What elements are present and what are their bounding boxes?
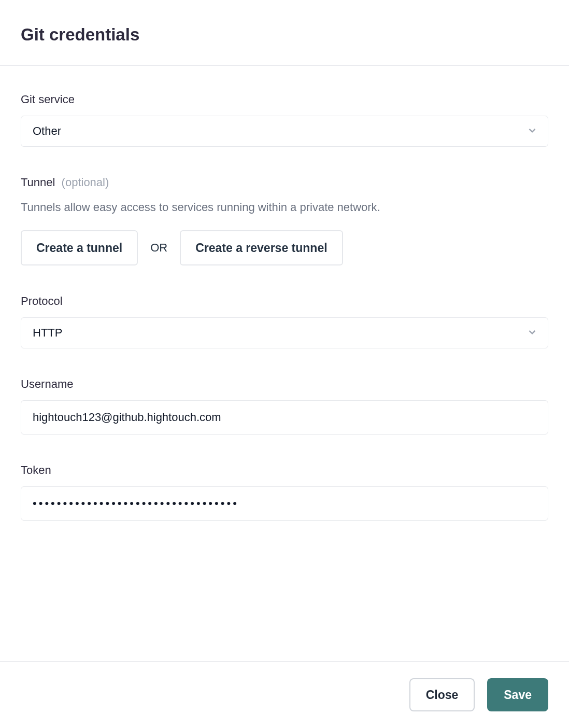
token-input[interactable] — [21, 486, 548, 521]
tunnel-button-row: Create a tunnel OR Create a reverse tunn… — [21, 230, 548, 265]
close-button[interactable]: Close — [409, 678, 475, 711]
protocol-value: HTTP — [33, 326, 62, 340]
protocol-label: Protocol — [21, 295, 548, 308]
protocol-field: Protocol HTTP — [21, 295, 548, 348]
username-label: Username — [21, 377, 548, 391]
git-service-field: Git service Other — [21, 93, 548, 147]
create-tunnel-button[interactable]: Create a tunnel — [21, 230, 138, 265]
tunnel-or-text: OR — [150, 241, 167, 255]
token-field: Token — [21, 464, 548, 521]
tunnel-optional-text: (optional) — [62, 176, 109, 189]
dialog-header: Git credentials — [0, 0, 569, 66]
tunnel-helper: Tunnels allow easy access to services ru… — [21, 199, 548, 216]
page-title: Git credentials — [21, 25, 548, 45]
username-input[interactable] — [21, 400, 548, 435]
token-label: Token — [21, 464, 548, 477]
create-reverse-tunnel-button[interactable]: Create a reverse tunnel — [180, 230, 343, 265]
username-field: Username — [21, 377, 548, 435]
dialog-content: Git service Other Tunnel (optional) Tunn… — [0, 66, 569, 570]
git-service-select-wrap: Other — [21, 116, 548, 147]
git-service-value: Other — [33, 124, 61, 138]
tunnel-label: Tunnel (optional) — [21, 176, 548, 189]
protocol-select-wrap: HTTP — [21, 317, 548, 348]
protocol-select[interactable]: HTTP — [21, 317, 548, 348]
tunnel-field: Tunnel (optional) Tunnels allow easy acc… — [21, 176, 548, 265]
git-service-label: Git service — [21, 93, 548, 106]
tunnel-label-text: Tunnel — [21, 176, 55, 189]
save-button[interactable]: Save — [487, 678, 548, 711]
git-service-select[interactable]: Other — [21, 116, 548, 147]
dialog-footer: Close Save — [0, 661, 569, 728]
